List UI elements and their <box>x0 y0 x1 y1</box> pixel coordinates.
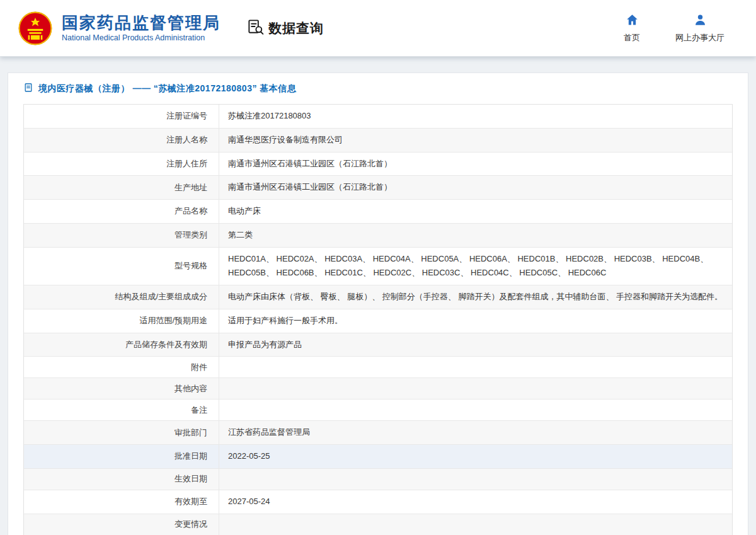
row-label: 其他内容 <box>175 383 207 394</box>
table-row: 注册人名称 南通华恩医疗设备制造有限公司 <box>24 129 732 152</box>
row-label: 注册人名称 <box>166 134 207 146</box>
table-row: 注册证编号 苏械注准20172180803 <box>24 105 732 129</box>
registration-table: 注册证编号 苏械注准20172180803 注册人名称 南通华恩医疗设备制造有限… <box>23 104 733 535</box>
row-label-cell: 产品储存条件及有效期 <box>24 333 219 357</box>
row-value-cell: 南通华恩医疗设备制造有限公司 <box>219 129 732 152</box>
nav-item-label: 首页 <box>624 32 640 43</box>
row-value-cell: 电动产床由床体（背板、 臀板、 腿板）、 控制部分（手控器、 脚踏开关）及配套件… <box>219 285 732 309</box>
row-label: 附件 <box>191 362 207 373</box>
row-label: 产品名称 <box>175 205 207 217</box>
table-row: 产品储存条件及有效期 申报产品为有源产品 <box>24 333 732 357</box>
table-row: 管理类别 第二类 <box>24 224 732 248</box>
document-icon <box>23 83 33 95</box>
data-query-tab[interactable]: 数据查询 <box>247 18 324 38</box>
row-label-cell: 审批部门 <box>24 421 219 444</box>
page: 国家药品监督管理局 National Medical Products Admi… <box>0 0 756 535</box>
header-nav: 首页 网上办事大厅 <box>624 13 728 43</box>
row-label: 审批部门 <box>175 427 207 439</box>
row-label: 适用范围/预期用途 <box>139 315 207 326</box>
page-title: 境内医疗器械（注册） —— “苏械注准20172180803” 基本信息 <box>38 83 296 95</box>
row-label: 产品储存条件及有效期 <box>125 339 207 350</box>
row-label-cell: 管理类别 <box>24 224 219 247</box>
table-row: 有效期至 2027-05-24 <box>24 490 732 514</box>
row-value: 南通市通州区石港镇工业园区（石江路北首） <box>228 180 392 195</box>
table-row: 变更情况 <box>24 514 732 535</box>
row-label: 有效期至 <box>175 496 207 507</box>
nav-item-home[interactable]: 首页 <box>624 13 640 43</box>
table-row: 注册人住所 南通市通州区石港镇工业园区（石江路北首） <box>24 152 732 176</box>
breadcrumb: 境内医疗器械（注册） —— “苏械注准20172180803” 基本信息 <box>8 73 748 103</box>
table-row: 备注 <box>24 400 732 421</box>
row-label-cell: 其他内容 <box>24 378 219 399</box>
row-value: 适用于妇产科施行一般手术用。 <box>228 314 343 328</box>
site-header: 国家药品监督管理局 National Medical Products Admi… <box>0 0 756 57</box>
row-value-cell <box>219 357 732 377</box>
row-value-cell: 适用于妇产科施行一般手术用。 <box>219 309 732 333</box>
row-label-cell: 注册人住所 <box>24 152 219 176</box>
table-row: 批准日期 2022-05-25 <box>24 445 732 469</box>
row-value-cell <box>219 378 732 399</box>
row-value: 申报产品为有源产品 <box>228 338 302 352</box>
row-label-cell: 产品名称 <box>24 200 219 223</box>
row-label-cell: 附件 <box>24 357 219 377</box>
row-value: 苏械注准20172180803 <box>228 109 311 124</box>
row-value-cell: 江苏省药品监督管理局 <box>219 421 732 444</box>
row-value-cell <box>219 400 732 420</box>
row-value-cell <box>219 469 732 490</box>
row-label: 备注 <box>191 405 207 416</box>
logo-text: 国家药品监督管理局 National Medical Products Admi… <box>62 14 220 43</box>
row-label: 生效日期 <box>175 473 207 485</box>
row-label: 变更情况 <box>175 519 207 530</box>
row-label: 管理类别 <box>175 229 207 241</box>
table-row: 其他内容 <box>24 378 732 400</box>
row-value: 2022-05-25 <box>228 449 270 464</box>
national-emblem-icon <box>18 11 53 46</box>
table-row: 型号规格 HEDC01A、 HEDC02A、 HEDC03A、 HEDC04A、… <box>24 248 732 286</box>
data-search-icon <box>247 18 264 38</box>
row-value-cell: 苏械注准20172180803 <box>219 105 732 128</box>
row-value: 江苏省药品监督管理局 <box>228 425 310 440</box>
nav-item-service-hall[interactable]: 网上办事大厅 <box>675 13 724 43</box>
row-label-cell: 型号规格 <box>24 248 219 285</box>
table-row: 审批部门 江苏省药品监督管理局 <box>24 421 732 445</box>
row-value-cell: 第二类 <box>219 224 732 247</box>
row-value-cell: 申报产品为有源产品 <box>219 333 732 357</box>
row-label: 注册人住所 <box>166 158 207 170</box>
row-value: HEDC01A、 HEDC02A、 HEDC03A、 HEDC04A、 HEDC… <box>228 252 723 281</box>
table-row: 适用范围/预期用途 适用于妇产科施行一般手术用。 <box>24 309 732 333</box>
row-label-cell: 备注 <box>24 400 219 420</box>
row-value: 南通华恩医疗设备制造有限公司 <box>228 133 343 147</box>
row-value-cell <box>219 514 732 535</box>
row-label: 注册证编号 <box>166 110 207 122</box>
table-row: 生效日期 <box>24 469 732 490</box>
row-value-cell: 电动产床 <box>219 200 732 223</box>
row-value-cell: HEDC01A、 HEDC02A、 HEDC03A、 HEDC04A、 HEDC… <box>219 248 732 285</box>
row-value-cell: 南通市通州区石港镇工业园区（石江路北首） <box>219 176 732 199</box>
row-label: 生产地址 <box>175 182 207 193</box>
row-label-cell: 变更情况 <box>24 514 219 535</box>
home-icon <box>626 13 639 29</box>
row-value: 南通市通州区石港镇工业园区（石江路北首） <box>228 157 392 171</box>
row-value-cell: 南通市通州区石港镇工业园区（石江路北首） <box>219 152 732 176</box>
row-label-cell: 结构及组成/主要组成成分 <box>24 285 219 309</box>
row-label-cell: 注册证编号 <box>24 105 219 128</box>
table-row: 生产地址 南通市通州区石港镇工业园区（石江路北首） <box>24 176 732 200</box>
table-row: 附件 <box>24 357 732 378</box>
row-label-cell: 批准日期 <box>24 445 219 468</box>
row-label-cell: 注册人名称 <box>24 129 219 152</box>
row-value: 电动产床由床体（背板、 臀板、 腿板）、 控制部分（手控器、 脚踏开关）及配套件… <box>228 290 723 304</box>
row-value-cell: 2022-05-25 <box>219 445 732 468</box>
row-label: 批准日期 <box>175 451 207 462</box>
site-subtitle: National Medical Products Administration <box>62 33 220 42</box>
row-label-cell: 生产地址 <box>24 176 219 199</box>
user-icon <box>694 13 707 29</box>
nav-item-label: 网上办事大厅 <box>675 32 724 43</box>
row-value: 2027-05-24 <box>228 495 270 509</box>
row-label-cell: 有效期至 <box>24 490 219 514</box>
table-row: 结构及组成/主要组成成分 电动产床由床体（背板、 臀板、 腿板）、 控制部分（手… <box>24 285 732 309</box>
row-label: 型号规格 <box>175 260 207 272</box>
row-label-cell: 生效日期 <box>24 469 219 490</box>
data-query-label: 数据查询 <box>268 20 324 37</box>
site-logo[interactable]: 国家药品监督管理局 National Medical Products Admi… <box>18 11 220 46</box>
row-label: 结构及组成/主要组成成分 <box>115 291 207 302</box>
